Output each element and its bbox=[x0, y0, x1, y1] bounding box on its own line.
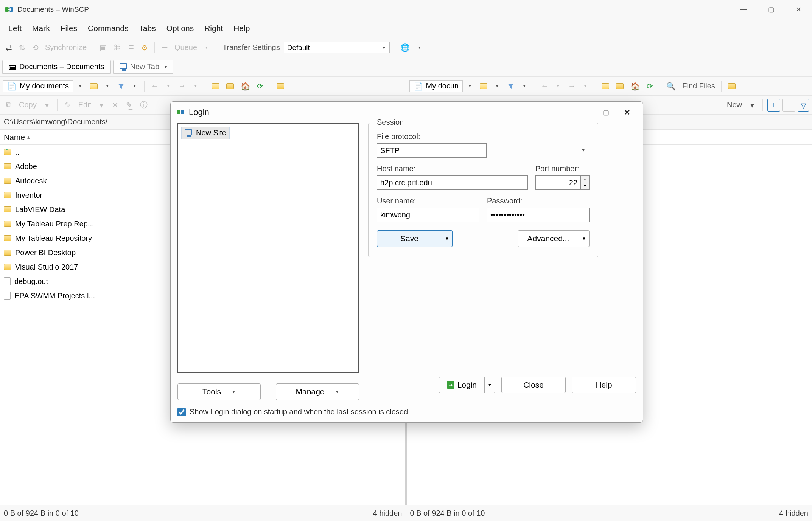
copy-icon[interactable]: ⧉ bbox=[3, 99, 14, 112]
chevron-down-icon[interactable]: ▾ bbox=[580, 80, 591, 93]
show-login-checkbox[interactable] bbox=[177, 408, 186, 416]
chevron-down-icon[interactable]: ▾ bbox=[747, 99, 758, 112]
forward-icon[interactable]: → bbox=[176, 80, 188, 93]
bookmark-icon[interactable] bbox=[274, 80, 287, 93]
right-dir-dropdown[interactable]: 📄 My docun bbox=[409, 80, 463, 92]
find-files-icon[interactable]: 🔍 bbox=[664, 80, 678, 93]
queue-icon[interactable]: ☰ bbox=[159, 41, 171, 54]
rename-icon[interactable]: ✎̲ bbox=[123, 99, 135, 112]
manage-button[interactable]: Manage ▼ bbox=[276, 383, 359, 400]
chevron-down-icon[interactable]: ▾ bbox=[190, 80, 201, 93]
dialog-maximize-button[interactable]: ▢ bbox=[595, 105, 616, 120]
session-dropdown-icon[interactable]: ▾ bbox=[414, 41, 425, 54]
chevron-down-icon[interactable]: ▾ bbox=[102, 80, 113, 93]
menu-commands[interactable]: Commands bbox=[82, 22, 134, 35]
session-icon[interactable]: 🌐 bbox=[398, 41, 412, 54]
sync-icon[interactable]: ⟲ bbox=[30, 41, 41, 54]
open-folder-icon[interactable] bbox=[87, 80, 100, 93]
back-icon[interactable]: ← bbox=[538, 80, 551, 93]
save-button-dropdown[interactable]: ▼ bbox=[442, 230, 453, 247]
file-name: Power BI Desktop bbox=[15, 248, 76, 257]
edit-icon[interactable]: ✎ bbox=[62, 99, 74, 112]
menu-help[interactable]: Help bbox=[228, 22, 255, 35]
home-icon[interactable]: 🏠 bbox=[628, 80, 642, 93]
login-button-main[interactable]: ➜ Login bbox=[439, 377, 484, 393]
menu-left[interactable]: Left bbox=[3, 22, 27, 35]
chevron-down-icon[interactable]: ▾ bbox=[464, 80, 476, 93]
port-input[interactable] bbox=[535, 175, 581, 190]
add-icon[interactable]: ＋ bbox=[767, 99, 780, 112]
chevron-down-icon[interactable]: ▾ bbox=[129, 80, 140, 93]
site-list[interactable]: New Site bbox=[177, 123, 359, 373]
parent-folder-icon[interactable] bbox=[599, 80, 612, 93]
console-icon[interactable]: ▣ bbox=[97, 41, 109, 54]
root-folder-icon[interactable] bbox=[224, 80, 236, 93]
new-button[interactable]: New bbox=[725, 101, 744, 109]
tab-documents[interactable]: 🖴 Documents – Documents bbox=[2, 60, 111, 74]
spin-down-icon[interactable]: ▼ bbox=[581, 183, 589, 189]
home-icon[interactable]: 🏠 bbox=[238, 80, 253, 93]
find-files-button[interactable]: Find Files bbox=[680, 82, 717, 90]
show-login-checkbox-row[interactable]: Show Login dialog on startup and when th… bbox=[177, 408, 636, 416]
filter-icon[interactable] bbox=[504, 80, 517, 93]
tools-button[interactable]: Tools ▼ bbox=[177, 383, 261, 400]
remove-icon[interactable]: － bbox=[782, 99, 795, 112]
queue-label[interactable]: Queue bbox=[172, 43, 199, 52]
dialog-close-button[interactable]: ✕ bbox=[616, 105, 638, 120]
password-input[interactable] bbox=[487, 208, 590, 222]
spin-up-icon[interactable]: ▲ bbox=[581, 176, 589, 183]
host-input[interactable] bbox=[377, 175, 528, 190]
command-icon[interactable]: ⌘ bbox=[111, 41, 124, 54]
username-input[interactable] bbox=[377, 208, 479, 222]
menu-right[interactable]: Right bbox=[199, 22, 228, 35]
site-item-new[interactable]: New Site bbox=[181, 127, 230, 139]
queue-dropdown-icon[interactable]: ▾ bbox=[201, 41, 212, 54]
filter-toggle-icon[interactable]: ▽ bbox=[798, 99, 809, 112]
chevron-down-icon[interactable]: ▾ bbox=[96, 99, 107, 112]
login-button-dropdown[interactable]: ▼ bbox=[484, 377, 495, 393]
chevron-down-icon[interactable]: ▾ bbox=[163, 80, 174, 93]
properties-icon[interactable]: ⓘ bbox=[137, 99, 150, 112]
chevron-down-icon[interactable]: ▾ bbox=[492, 80, 503, 93]
transfer-settings-dropdown[interactable]: Default ▼ bbox=[284, 42, 390, 53]
advanced-button-dropdown[interactable]: ▼ bbox=[579, 230, 590, 247]
close-dialog-button[interactable]: Close bbox=[501, 377, 566, 393]
gear-icon[interactable]: ⚙ bbox=[138, 41, 151, 54]
dialog-minimize-button[interactable]: ― bbox=[574, 105, 595, 120]
parent-folder-icon[interactable] bbox=[209, 80, 222, 93]
open-folder-icon[interactable] bbox=[477, 80, 490, 93]
back-icon[interactable]: ← bbox=[148, 80, 161, 93]
delete-icon[interactable]: ✕ bbox=[109, 99, 121, 112]
menu-mark[interactable]: Mark bbox=[27, 22, 55, 35]
script-icon[interactable]: ≣ bbox=[125, 41, 137, 54]
chevron-down-icon[interactable]: ▾ bbox=[41, 99, 53, 112]
edit-button[interactable]: Edit bbox=[76, 101, 93, 109]
chevron-down-icon[interactable]: ▾ bbox=[552, 80, 564, 93]
chevron-down-icon[interactable]: ▾ bbox=[75, 80, 86, 93]
advanced-button-main[interactable]: Advanced... bbox=[518, 230, 579, 247]
menu-files[interactable]: Files bbox=[55, 22, 82, 35]
menu-options[interactable]: Options bbox=[161, 22, 199, 35]
maximize-button[interactable]: ▢ bbox=[758, 0, 785, 19]
close-button[interactable]: ✕ bbox=[785, 0, 812, 19]
main-window: Documents – WinSCP ― ▢ ✕ Left Mark Files… bbox=[0, 0, 812, 521]
refresh-icon[interactable]: ⟳ bbox=[644, 80, 656, 93]
status-right-hidden: 4 hidden bbox=[779, 509, 808, 518]
sync-browse-icon[interactable]: ⇅ bbox=[16, 41, 28, 54]
compare-icon[interactable]: ⇄ bbox=[3, 41, 15, 54]
left-dir-dropdown[interactable]: 📄 My documents bbox=[3, 80, 73, 92]
menu-tabs[interactable]: Tabs bbox=[134, 22, 161, 35]
file-protocol-select[interactable]: SFTP bbox=[377, 143, 487, 158]
root-folder-icon[interactable] bbox=[613, 80, 626, 93]
help-button[interactable]: Help bbox=[572, 377, 636, 393]
minimize-button[interactable]: ― bbox=[730, 0, 758, 19]
synchronize-label[interactable]: Synchronize bbox=[43, 43, 89, 52]
copy-button[interactable]: Copy bbox=[17, 101, 39, 109]
bookmark-icon[interactable] bbox=[725, 80, 738, 93]
chevron-down-icon[interactable]: ▾ bbox=[519, 80, 530, 93]
refresh-icon[interactable]: ⟳ bbox=[254, 80, 266, 93]
tab-new[interactable]: New Tab ▾ bbox=[113, 60, 173, 74]
save-button-main[interactable]: Save bbox=[377, 230, 442, 247]
filter-icon[interactable] bbox=[115, 80, 128, 93]
forward-icon[interactable]: → bbox=[565, 80, 578, 93]
